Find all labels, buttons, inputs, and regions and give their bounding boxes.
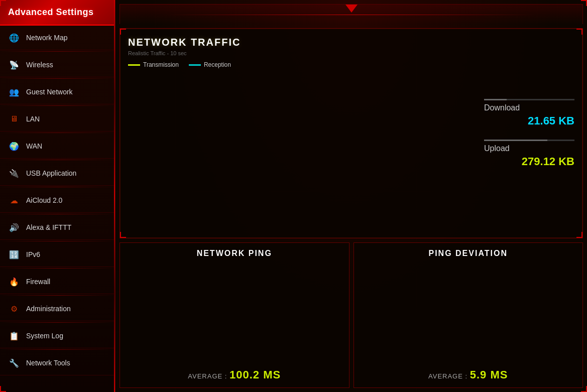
deviation-chart-wrapper xyxy=(362,260,575,364)
reception-legend: Reception xyxy=(189,61,231,68)
download-bar xyxy=(484,99,574,100)
sidebar: Advanced Settings 🌐 Network Map 📡 Wirele… xyxy=(0,0,115,392)
download-stat: Download 21.65 KB xyxy=(484,99,574,127)
deviation-average-value: 5.9 MS xyxy=(470,368,508,381)
corner-br xyxy=(576,232,582,238)
reception-color xyxy=(189,64,201,66)
reception-label: Reception xyxy=(204,61,231,68)
upload-bar-fill xyxy=(484,140,547,141)
sidebar-item-label: Network Map xyxy=(26,34,67,42)
sidebar-item-firewall[interactable]: 🔥 Firewall xyxy=(0,270,115,294)
download-bar-fill xyxy=(484,99,507,100)
traffic-title: NETWORK TRAFFIC xyxy=(128,37,476,48)
sidebar-item-alexa[interactable]: 🔊 Alexa & IFTTT xyxy=(0,215,115,240)
usb-icon: 🔌 xyxy=(8,167,20,179)
sidebar-item-label: LAN xyxy=(26,115,40,123)
ping-average-value: 100.2 MS xyxy=(229,368,281,381)
ping-title: NETWORK PING xyxy=(128,249,341,258)
ping-average-label: AVERAGE : 100.2 MS xyxy=(128,368,341,381)
sidebar-item-administration[interactable]: ⚙ Administration xyxy=(0,297,115,321)
sidebar-item-network-tools[interactable]: 🔧 Network Tools xyxy=(0,351,115,375)
top-decoration xyxy=(120,4,583,24)
sidebar-item-label: Network Tools xyxy=(26,359,70,367)
dev-corner-br xyxy=(581,386,587,392)
sidebar-item-label: System Log xyxy=(26,332,63,340)
sidebar-item-label: AiCloud 2.0 xyxy=(26,196,62,204)
sidebar-item-lan[interactable]: 🖥 LAN xyxy=(0,107,115,132)
administration-icon: ⚙ xyxy=(8,303,20,315)
network-ping-panel: NETWORK PING AVERAGE : 100.2 MS xyxy=(120,242,349,388)
guest-network-icon: 👥 xyxy=(8,86,20,98)
aicloud-icon: ☁ xyxy=(8,194,20,206)
sidebar-item-usb-application[interactable]: 🔌 USB Application xyxy=(0,161,115,186)
sidebar-item-ipv6[interactable]: 🔢 IPv6 xyxy=(0,242,115,267)
bottom-panels: NETWORK PING AVERAGE : 100.2 MS PING DEV… xyxy=(120,242,583,388)
transmission-color xyxy=(128,64,140,66)
sidebar-item-wireless[interactable]: 📡 Wireless xyxy=(0,53,115,77)
upload-value: 279.12 KB xyxy=(484,155,574,168)
sidebar-item-label: Administration xyxy=(26,305,71,313)
network-tools-icon: 🔧 xyxy=(8,357,20,369)
traffic-legend: Transmission Reception xyxy=(128,61,476,68)
download-value: 21.65 KB xyxy=(484,114,574,127)
sidebar-item-guest-network[interactable]: 👥 Guest Network xyxy=(0,80,115,104)
traffic-canvas xyxy=(128,72,476,230)
sidebar-item-label: USB Application xyxy=(26,169,76,177)
corner-tr xyxy=(576,29,582,35)
corner-tl xyxy=(120,29,126,35)
sidebar-item-label: Guest Network xyxy=(26,88,73,96)
sidebar-item-label: Firewall xyxy=(26,278,50,286)
deviation-canvas xyxy=(362,260,575,364)
sidebar-item-label: IPv6 xyxy=(26,250,40,258)
dev-corner-tl xyxy=(0,0,6,6)
deviation-average-label: AVERAGE : 5.9 MS xyxy=(362,368,575,381)
sidebar-item-system-log[interactable]: 📋 System Log xyxy=(0,324,115,348)
stats-panel: Download 21.65 KB Upload 279.12 KB xyxy=(484,37,574,230)
sidebar-item-label: Alexa & IFTTT xyxy=(26,223,71,231)
firewall-icon: 🔥 xyxy=(8,276,20,288)
upload-bar xyxy=(484,140,574,141)
sidebar-item-network-map[interactable]: 🌐 Network Map xyxy=(0,26,115,50)
dev-corner-tr xyxy=(581,0,587,6)
dev-corner-bl xyxy=(0,386,6,392)
main-content: NETWORK TRAFFIC Realistic Traffic - 10 s… xyxy=(115,0,587,392)
alexa-icon: 🔊 xyxy=(8,221,20,233)
ping-chart-wrapper xyxy=(128,260,341,364)
sidebar-item-label: WAN xyxy=(26,142,42,150)
download-label: Download xyxy=(484,103,574,112)
network-traffic-panel: NETWORK TRAFFIC Realistic Traffic - 10 s… xyxy=(120,28,583,238)
ping-canvas xyxy=(128,260,341,364)
triangle-decoration xyxy=(345,5,358,13)
traffic-chart-area: NETWORK TRAFFIC Realistic Traffic - 10 s… xyxy=(128,37,476,230)
wan-icon: 🌍 xyxy=(8,140,20,152)
ping-deviation-panel: PING DEVIATION AVERAGE : 5.9 MS xyxy=(354,242,583,388)
sidebar-item-label: Wireless xyxy=(26,61,53,69)
deviation-title: PING DEVIATION xyxy=(362,249,575,258)
sidebar-title: Advanced Settings xyxy=(0,0,115,26)
sidebar-item-aicloud[interactable]: ☁ AiCloud 2.0 xyxy=(0,188,115,213)
traffic-subtitle: Realistic Traffic - 10 sec xyxy=(128,50,476,56)
network-map-icon: 🌐 xyxy=(8,32,20,44)
transmission-label: Transmission xyxy=(143,61,179,68)
corner-bl xyxy=(120,232,126,238)
traffic-chart xyxy=(128,72,476,230)
sidebar-item-wan[interactable]: 🌍 WAN xyxy=(0,134,115,159)
system-log-icon: 📋 xyxy=(8,330,20,342)
ipv6-icon: 🔢 xyxy=(8,248,20,260)
transmission-legend: Transmission xyxy=(128,61,179,68)
upload-label: Upload xyxy=(484,144,574,153)
lan-icon: 🖥 xyxy=(8,113,20,125)
upload-stat: Upload 279.12 KB xyxy=(484,140,574,168)
wireless-icon: 📡 xyxy=(8,59,20,71)
